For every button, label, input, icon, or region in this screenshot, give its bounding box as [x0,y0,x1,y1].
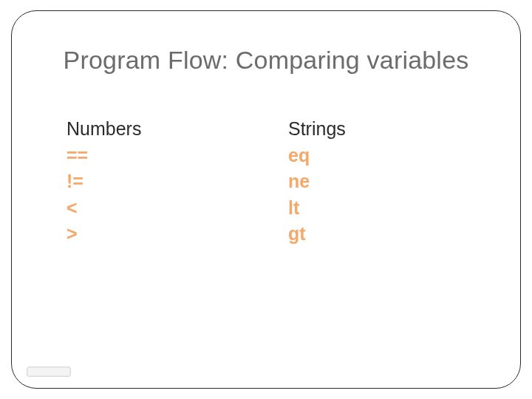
column-heading-strings: Strings [288,118,451,140]
column-heading-numbers: Numbers [66,118,288,140]
operator-gt-numeric: > [66,222,288,245]
operator-eq-numeric: == [66,144,288,167]
slide: Program Flow: Comparing variables Number… [0,0,532,399]
operator-ne-string: ne [288,170,451,193]
operator-lt-string: lt [288,197,451,219]
content-area: Numbers == != < > Strings eq ne lt gt [66,118,488,245]
page-indicator [27,366,71,377]
operator-eq-string: eq [288,144,451,167]
column-strings: Strings eq ne lt gt [288,118,451,245]
operator-lt-numeric: < [66,197,288,219]
column-numbers: Numbers == != < > [66,118,288,245]
operator-gt-string: gt [288,222,451,245]
slide-title: Program Flow: Comparing variables [0,46,532,75]
operator-ne-numeric: != [66,170,288,193]
